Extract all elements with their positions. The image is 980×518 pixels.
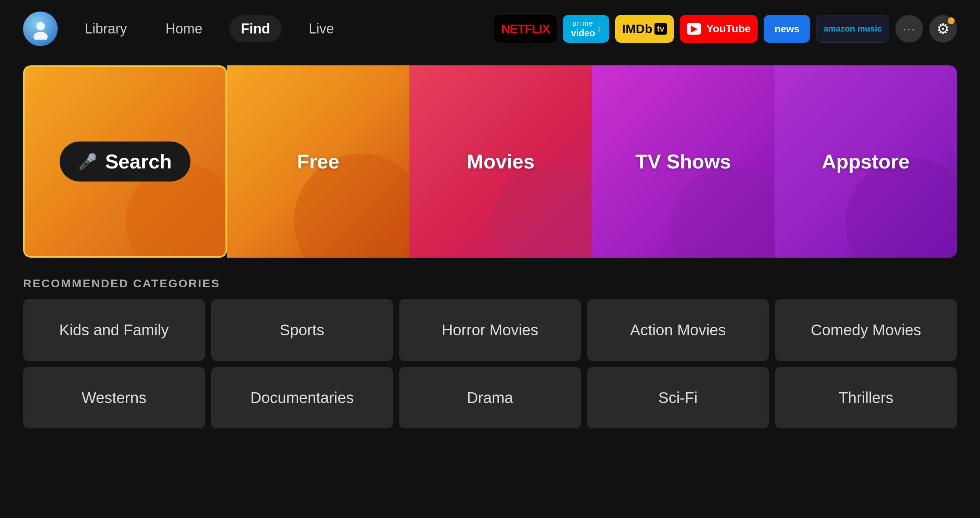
tile-search[interactable]: 🎤 Search (23, 65, 227, 258)
section-title: RECOMMENDED CATEGORIES (23, 277, 957, 290)
category-label: Action Movies (630, 321, 726, 339)
svg-point-1 (33, 32, 48, 39)
category-scifi[interactable]: Sci-Fi (587, 367, 769, 428)
avatar[interactable] (23, 12, 58, 46)
categories-grid: Kids and Family Sports Horror Movies Act… (23, 299, 957, 428)
nav-library[interactable]: Library (73, 15, 139, 42)
tiles-row: 🎤 Search Free Movies TV Shows Appstore (23, 65, 957, 258)
tile-movies[interactable]: Movies (409, 65, 592, 258)
top-nav: Library Home Find Live NETFLIX prime vid… (0, 0, 980, 58)
tile-free-label: Free (297, 150, 339, 173)
app-netflix[interactable]: NETFLIX (494, 15, 557, 43)
category-label: Westerns (82, 389, 146, 406)
category-label: Drama (467, 389, 513, 406)
app-news[interactable]: news (764, 15, 810, 43)
category-label: Sci-Fi (658, 389, 698, 406)
search-label: Search (105, 150, 172, 173)
category-label: Horror Movies (442, 321, 538, 339)
category-drama[interactable]: Drama (399, 367, 581, 428)
category-documentaries[interactable]: Documentaries (211, 367, 393, 428)
svg-point-0 (36, 22, 45, 30)
tile-appstore[interactable]: Appstore (775, 65, 957, 258)
category-action[interactable]: Action Movies (587, 299, 769, 361)
microphone-icon: 🎤 (78, 153, 97, 171)
category-label: Thrillers (839, 389, 893, 406)
tile-tvshows[interactable]: TV Shows (592, 65, 774, 258)
settings-button[interactable]: ⚙ (929, 15, 957, 43)
category-comedy[interactable]: Comedy Movies (775, 299, 957, 361)
nav-find[interactable]: Find (229, 15, 282, 42)
tile-appstore-label: Appstore (822, 150, 910, 173)
search-button[interactable]: 🎤 Search (60, 142, 190, 182)
gear-icon: ⚙ (937, 20, 950, 37)
category-label: Comedy Movies (811, 321, 921, 339)
nav-links: Library Home Find Live (73, 15, 346, 42)
category-westerns[interactable]: Westerns (23, 367, 205, 428)
nav-apps: NETFLIX prime video › IMDb tv ▶ YouTube … (494, 15, 957, 43)
main-content: 🎤 Search Free Movies TV Shows Appstore R… (0, 58, 980, 444)
tile-free[interactable]: Free (227, 65, 409, 258)
nav-home[interactable]: Home (154, 15, 214, 42)
app-imdb[interactable]: IMDb tv (615, 15, 674, 43)
nav-live[interactable]: Live (297, 15, 346, 42)
category-thrillers[interactable]: Thrillers (775, 367, 957, 428)
category-kids-family[interactable]: Kids and Family (23, 299, 205, 361)
category-label: Documentaries (250, 389, 354, 406)
category-horror[interactable]: Horror Movies (399, 299, 581, 361)
app-prime[interactable]: prime video › (563, 15, 609, 43)
app-amazon-music[interactable]: amazon music (816, 15, 889, 43)
app-youtube[interactable]: ▶ YouTube (680, 15, 758, 43)
more-button[interactable]: ··· (895, 15, 923, 43)
tile-tvshows-label: TV Shows (635, 150, 731, 173)
category-label: Kids and Family (59, 321, 169, 339)
category-label: Sports (280, 321, 324, 339)
tile-movies-label: Movies (467, 150, 534, 173)
category-sports[interactable]: Sports (211, 299, 393, 361)
